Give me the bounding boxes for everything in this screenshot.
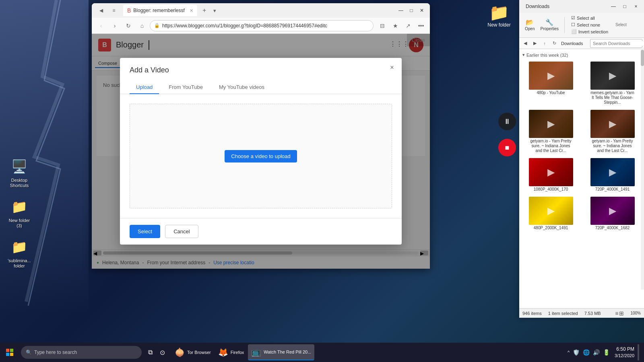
fe-thumbnail-item[interactable]: ▶ 480P_2000K_1491: [521, 195, 581, 232]
fe-addr-forward-btn[interactable]: ▶: [530, 39, 539, 48]
choose-video-btn[interactable]: Choose a video to upload: [225, 150, 297, 162]
select-all-label: Select all: [577, 16, 595, 21]
new-folder-3-icon[interactable]: 📁 New folder(3): [3, 197, 35, 228]
fe-ribbon: 📂 Open 🔧 Properties ☑ Select all: [519, 13, 644, 38]
fe-list-view-btn[interactable]: ≡: [615, 310, 618, 317]
fe-close-btn[interactable]: ×: [631, 2, 641, 11]
taskbar-task-view-btn[interactable]: ⧉: [145, 344, 156, 360]
tray-network-icon[interactable]: 🌐: [583, 349, 590, 356]
play-icon: ▶: [609, 167, 616, 178]
reader-mode-btn[interactable]: ⊟: [377, 20, 388, 31]
fe-maximize-btn[interactable]: □: [620, 2, 630, 11]
fe-addr-refresh-btn[interactable]: ↻: [550, 39, 559, 48]
thumbnail-img-indiana1: ▶: [529, 110, 573, 138]
browser-history-btn[interactable]: ◀: [95, 4, 107, 16]
fe-select-section-title: Select: [613, 22, 629, 28]
taskbar-tor-browser-btn[interactable]: 🧅 Tor Browser: [171, 344, 214, 360]
thumbnail-img-720p-1682: ▶: [590, 197, 635, 225]
taskbar-firefox-btn[interactable]: 🦊 Firefox: [215, 344, 248, 360]
desktop-shortcuts-icon[interactable]: 🖥️ Desktop Shortcuts: [3, 157, 35, 188]
tray-sound-icon[interactable]: 🔊: [593, 349, 600, 356]
add-video-modal: Add a Video × Upload From YouTube My You…: [120, 58, 402, 245]
fe-content-area: ▾ Earlier this week (32) ▶ 480p - YouTub…: [519, 49, 644, 308]
ribbon-separator: [564, 17, 565, 33]
fe-thumbnail-item[interactable]: ▶ memes.getyarn.io - Yarn It Tells Me Th…: [582, 60, 642, 107]
open-icon: 📂: [526, 19, 534, 26]
play-icon: ▶: [609, 70, 616, 81]
recording-stop-button[interactable]: ■: [498, 139, 516, 156]
nav-back-btn[interactable]: ‹: [95, 20, 107, 32]
subliminal-folder-icon[interactable]: 📁 'sublimina... folder: [3, 237, 35, 269]
new-folder-top-right[interactable]: 📁 New folder: [483, 3, 515, 28]
browser-tab-active[interactable]: B Blogger: rememberlessf ✕: [123, 5, 197, 16]
checkbox-icon: ☑: [571, 15, 575, 21]
taskbar-watch-red-pill-btn[interactable]: 📺 Watch The Red Pill 20...: [248, 344, 314, 360]
tray-security-icon[interactable]: 🛡️: [573, 349, 580, 356]
browser-titlebar: ◀ ≡ B Blogger: rememberlessf ✕ + ▾ — □ ✕: [92, 3, 430, 18]
share-btn[interactable]: ↗: [402, 20, 414, 31]
nav-home-btn[interactable]: ⌂: [136, 20, 148, 32]
fe-thumbnail-item[interactable]: ▶ getyarn.io - Yarn Pretty sure. ~ India…: [582, 108, 642, 155]
browser-maximize-btn[interactable]: □: [407, 6, 416, 15]
fe-thumbnail-item[interactable]: ▶ 1080P_4000K_170: [521, 156, 581, 193]
fe-select-all-btn[interactable]: ☑ Select all: [568, 14, 611, 21]
thumbnail-img-480p-youtube: ▶: [529, 62, 573, 90]
cancel-btn[interactable]: Cancel: [165, 225, 198, 238]
modal-body: Choose a video to upload: [120, 94, 402, 218]
tray-date: 3/12/2020: [615, 353, 634, 359]
ssl-lock-icon: 🔒: [154, 23, 160, 28]
fe-thumbnail-item[interactable]: ▶ getyarn.io - Yarn Pretty sure. ~ India…: [521, 108, 581, 155]
fe-thumbnail-item[interactable]: ▶ 720P_4000K_1491: [582, 156, 642, 193]
taskbar-cortana-btn[interactable]: ⊙: [157, 344, 168, 360]
tray-battery-icon[interactable]: 🔋: [603, 349, 610, 356]
show-desktop-btn[interactable]: [638, 344, 639, 360]
fe-scroll-thumb[interactable]: [641, 50, 644, 66]
select-btn[interactable]: Select: [130, 225, 160, 238]
fe-minimize-btn[interactable]: —: [609, 2, 618, 11]
stop-icon: ■: [505, 144, 510, 152]
tor-browser-label: Tor Browser: [187, 350, 211, 355]
fe-address-path: Downloads: [559, 41, 589, 46]
fe-thumbnail-item[interactable]: ▶ 480p - YouTube: [521, 60, 581, 107]
fe-select-none-btn[interactable]: ☐ Select none: [568, 21, 611, 28]
browser-window: ◀ ≡ B Blogger: rememberlessf ✕ + ▾ — □ ✕…: [92, 3, 430, 269]
subliminal-folder-img: 📁: [10, 237, 29, 257]
desktop-shortcuts-label: Desktop Shortcuts: [3, 178, 35, 188]
recording-pause-button[interactable]: ⏸: [498, 113, 516, 130]
new-tab-btn[interactable]: +: [199, 5, 210, 16]
tab-dropdown-btn[interactable]: ▾: [213, 8, 216, 14]
upload-drop-area[interactable]: Choose a video to upload: [130, 104, 392, 208]
taskbar-start-btn[interactable]: [0, 343, 19, 362]
fe-addr-up-btn[interactable]: ↑: [540, 39, 549, 48]
modal-tab-from-youtube[interactable]: From YouTube: [162, 81, 209, 94]
taskbar-search[interactable]: 🔍 Type here to search: [21, 346, 142, 359]
tray-up-arrow-icon[interactable]: ^: [568, 350, 570, 355]
overlay-close-btn[interactable]: Close: [407, 34, 430, 46]
browser-tabs-btn[interactable]: ≡: [108, 4, 120, 16]
modal-tab-upload[interactable]: Upload: [130, 81, 159, 94]
thumbnail-label-1080p: 1080P_4000K_170: [534, 187, 568, 192]
tray-clock[interactable]: 6:50 PM 3/12/2020: [615, 346, 634, 359]
fe-vertical-scrollbar[interactable]: [641, 48, 644, 290]
fe-properties-btn[interactable]: 🔧 Properties: [538, 18, 561, 32]
bookmark-btn[interactable]: ★: [390, 20, 401, 31]
nav-refresh-btn[interactable]: ↻: [122, 20, 134, 32]
checkbox-empty-icon: ☐: [571, 22, 575, 27]
fe-search-input[interactable]: [593, 41, 644, 46]
tab-close-btn[interactable]: ✕: [190, 8, 193, 13]
play-icon: ▶: [547, 205, 555, 216]
invert-label: Invert selection: [578, 29, 608, 34]
address-bar[interactable]: 🔒 https://www.blogger.com/u/1/blogger.g?…: [150, 20, 374, 31]
modal-tab-my-youtube-videos[interactable]: My YouTube videos: [213, 81, 271, 94]
browser-close-btn[interactable]: ✕: [417, 6, 427, 15]
nav-forward-btn[interactable]: ›: [109, 20, 121, 32]
modal-close-btn[interactable]: ×: [386, 61, 398, 74]
more-btn[interactable]: •••: [415, 20, 427, 31]
fe-grid-view-btn[interactable]: ⊞: [619, 310, 624, 317]
browser-minimize-btn[interactable]: —: [396, 6, 406, 15]
fe-open-btn[interactable]: 📂 Open: [522, 18, 537, 32]
fe-addr-back-btn[interactable]: ◀: [521, 39, 530, 48]
fe-thumbnail-item[interactable]: ▶ 720P_4000K_1682: [582, 195, 642, 232]
fe-invert-selection-btn[interactable]: ⬜ Invert selection: [568, 28, 611, 35]
fe-section-header[interactable]: ▾ Earlier this week (32): [521, 51, 642, 58]
